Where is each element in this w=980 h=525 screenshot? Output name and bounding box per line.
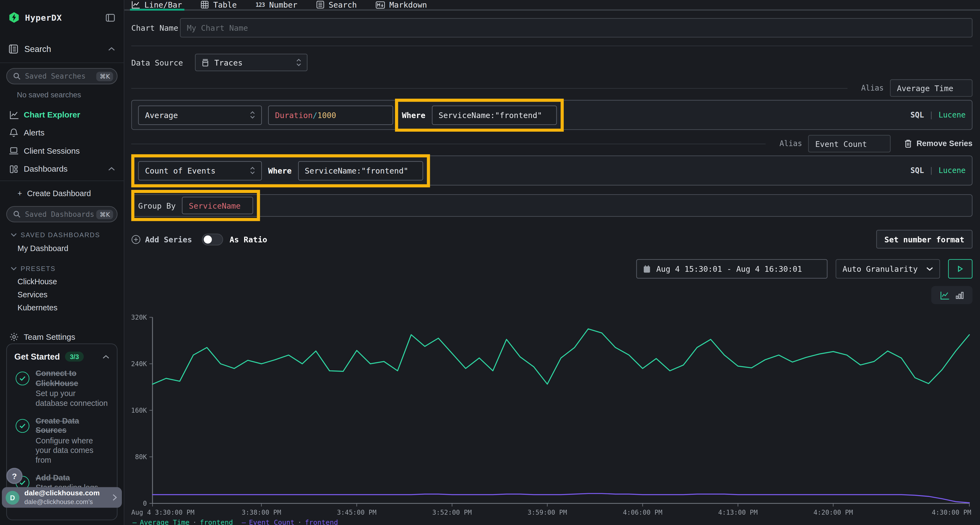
annotation-highlight-box: Group By ServiceName [131,190,260,221]
chevron-up-icon[interactable] [103,354,110,359]
sidebar-section-search[interactable]: Search [0,35,124,63]
create-dashboard-button[interactable]: + Create Dashboard [0,186,124,201]
sidebar-collapse-icon[interactable] [106,13,115,22]
select-chevrons-icon [296,59,301,67]
series-2-alias-input[interactable] [808,135,891,152]
tab-line-bar[interactable]: Line/Bar [131,0,182,9]
annotation-highlight-box: Where ServiceName:"frontend" [395,98,563,132]
markdown-icon [375,1,385,8]
search-section-label: Search [24,44,51,53]
no-saved-searches-text: No saved searches [17,90,124,99]
gear-icon [9,332,19,341]
section-presets[interactable]: PRESETS [0,265,124,272]
preset-item-services[interactable]: Services [0,288,124,301]
series-1-aggfn-select[interactable]: Average [138,105,262,125]
user-team: dale@clickhouse.com's [24,498,113,506]
timeseries-chart[interactable]: 080K160K240K320KAug 4 3:30:00 PM3:38:00 … [131,302,972,517]
laptop-icon [9,147,19,155]
check-circle-icon [16,419,29,433]
get-started-title: Get Started [14,352,60,361]
set-number-format-button[interactable]: Set number format [876,230,972,249]
run-query-button[interactable] [948,259,973,279]
svg-text:160K: 160K [131,407,147,414]
chevron-right-icon [113,494,117,501]
number-123-icon: 123 [256,2,265,8]
user-email: dale@clickhouse.com [24,489,113,498]
add-series-button[interactable]: Add Series [131,235,192,244]
plus-circle-icon [131,235,140,244]
preset-item-clickhouse[interactable]: ClickHouse [0,275,124,288]
sidebar-nav: Chart Explorer Alerts Client Sessions Da… [0,106,124,178]
divider [131,143,766,144]
chevron-down-icon [926,266,933,271]
series-2-where-input[interactable]: ServiceName:"frontend" [298,161,423,180]
line-chart-icon[interactable] [940,291,949,300]
svg-text:3:59:00 PM: 3:59:00 PM [528,509,567,516]
svg-text:3:38:00 PM: 3:38:00 PM [242,509,281,516]
svg-text:4:20:00 PM: 4:20:00 PM [813,509,853,516]
chart-name-input[interactable] [180,18,972,38]
search-icon [13,211,21,218]
granularity-select[interactable]: Auto Granularity [836,259,940,279]
sql-mode-button[interactable]: SQL [911,166,924,175]
svg-text:4:13:00 PM: 4:13:00 PM [718,509,757,516]
preset-item-kubernetes[interactable]: Kubernetes [0,301,124,314]
chart-editor: Chart Name Data Source Traces [124,11,980,525]
select-chevrons-icon [250,111,255,119]
series-2-aggfn-select[interactable]: Count of Events [138,161,262,180]
bar-chart-icon[interactable] [956,291,964,299]
sidebar-item-alerts[interactable]: Alerts [0,124,124,142]
sidebar-item-dashboards[interactable]: Dashboards [0,160,124,178]
svg-text:4:06:00 PM: 4:06:00 PM [623,509,662,516]
tab-markdown[interactable]: Markdown [375,0,427,9]
group-by-input[interactable]: ServiceName [182,197,253,214]
trash-icon [905,139,912,148]
help-button[interactable]: ? [6,468,22,484]
chart-name-label: Chart Name [131,23,180,32]
saved-searches-input[interactable]: ⌘K [6,68,118,84]
sidebar-item-chart-explorer[interactable]: Chart Explorer [0,106,124,124]
series-1-alias-input[interactable] [890,79,972,97]
svg-text:240K: 240K [131,360,147,368]
lucene-mode-button[interactable]: Lucene [939,166,966,175]
saved-dashboards-input[interactable]: ⌘K [6,206,118,222]
main-panel: Line/Bar Table 123 Number Search [124,0,980,525]
chart-line-icon [9,110,19,119]
search-icon [13,72,21,80]
lucene-mode-button[interactable]: Lucene [939,111,966,119]
alias-label: Alias [780,139,802,148]
chart-area: 080K160K240K320KAug 4 3:30:00 PM3:38:00 … [131,281,972,525]
tab-search[interactable]: Search [316,0,357,9]
section-saved-dashboards[interactable]: SAVED DASHBOARDS [0,231,124,239]
plus-icon: + [18,189,22,198]
sql-mode-button[interactable]: SQL [911,111,924,119]
where-label: Where [402,110,425,119]
app-title: HyperDX [25,13,62,22]
data-source-select[interactable]: Traces [195,54,307,71]
logo-row: HyperDX [0,0,124,35]
shortcut-badge: ⌘K [97,71,113,81]
get-started-item-sources[interactable]: Create Data Sources Configure where your… [14,416,110,466]
series-1-field-input[interactable]: Duration/1000 [268,105,393,125]
dashboard-item-my-dashboard[interactable]: My Dashboard [0,241,124,256]
sidebar-item-client-sessions[interactable]: Client Sessions [0,142,124,160]
as-ratio-label: As Ratio [229,235,267,244]
annotation-highlight-box: Count of Events Where ServiceName:"front… [131,154,430,187]
svg-text:4:30:00 PM: 4:30:00 PM [932,509,971,516]
svg-text:0: 0 [143,500,147,507]
data-source-label: Data Source [131,58,195,67]
where-label: Where [268,166,291,175]
divider [131,46,972,46]
remove-series-button[interactable]: Remove Series [905,139,972,148]
line-chart-icon [131,0,140,9]
series-1-where-input[interactable]: ServiceName:"frontend" [432,105,557,125]
user-menu[interactable]: D dale@clickhouse.com dale@clickhouse.co… [2,487,122,508]
date-range-input[interactable]: Aug 4 15:30:01 - Aug 4 16:30:01 [636,259,827,279]
legend-event-count[interactable]: — Event Count · frontend [242,519,338,525]
tab-number[interactable]: 123 Number [256,0,298,9]
database-icon [201,59,209,67]
get-started-item-connect[interactable]: Connect to ClickHouse Set up your databa… [14,369,110,409]
as-ratio-toggle[interactable] [202,233,223,245]
tab-table[interactable]: Table [200,0,237,9]
legend-average-time[interactable]: — Average Time · frontend [132,519,233,525]
